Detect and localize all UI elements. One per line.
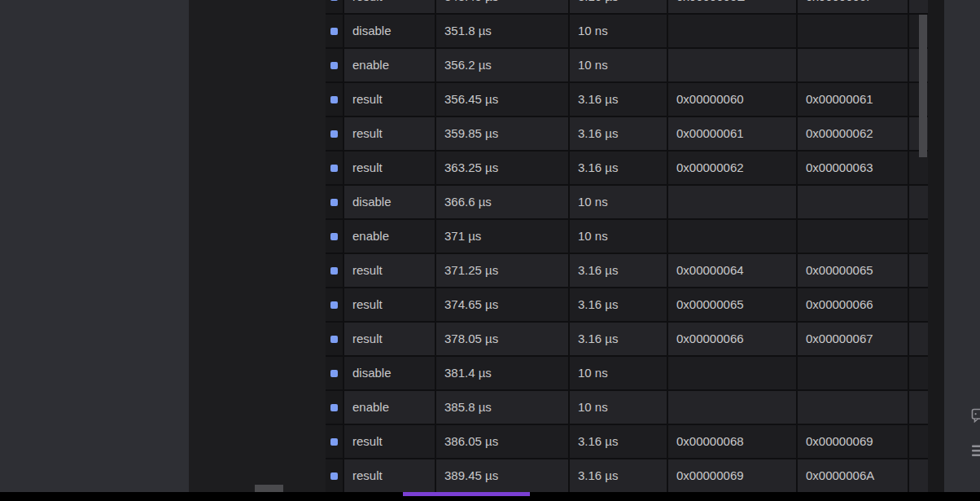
cell-duration: 3.16 µs bbox=[570, 459, 668, 492]
row-marker-cell bbox=[326, 357, 344, 389]
table-row[interactable]: result 356.45 µs 3.16 µs 0x00000060 0x00… bbox=[326, 81, 928, 116]
cell-duration: 10 ns bbox=[570, 220, 668, 253]
cell-value2: 0x00000069 bbox=[798, 425, 909, 458]
cell-value1: 0x0000005E bbox=[668, 0, 798, 13]
transaction-marker-icon bbox=[330, 62, 338, 69]
cell-time: 351.8 µs bbox=[436, 15, 570, 47]
cell-value2 bbox=[798, 391, 909, 424]
cell-filler bbox=[909, 357, 928, 389]
cell-time: 359.85 µs bbox=[436, 117, 570, 150]
cell-value2 bbox=[798, 49, 909, 81]
cell-value1: 0x00000065 bbox=[668, 288, 798, 321]
table-row[interactable]: result 374.65 µs 3.16 µs 0x00000065 0x00… bbox=[326, 287, 928, 321]
row-marker-cell bbox=[326, 83, 344, 116]
table-row[interactable]: result 371.25 µs 3.16 µs 0x00000064 0x00… bbox=[326, 253, 928, 287]
cell-filler bbox=[909, 220, 928, 253]
cell-value2 bbox=[798, 220, 909, 253]
list-icon[interactable] bbox=[971, 443, 980, 458]
cell-name: result bbox=[344, 254, 436, 287]
row-marker-cell bbox=[326, 254, 344, 287]
cell-time: 356.2 µs bbox=[436, 49, 570, 81]
cell-value1: 0x00000062 bbox=[668, 152, 798, 184]
cell-duration: 10 ns bbox=[570, 186, 668, 218]
table-horizontal-scrollbar-thumb[interactable] bbox=[403, 492, 530, 496]
table-row[interactable]: disable 381.4 µs 10 ns bbox=[326, 355, 928, 389]
cell-time: 385.8 µs bbox=[436, 391, 570, 424]
row-marker-cell bbox=[326, 152, 344, 184]
transaction-marker-icon bbox=[330, 370, 338, 377]
left-empty-rail bbox=[0, 0, 189, 492]
cell-name: disable bbox=[344, 357, 436, 389]
transaction-marker-icon bbox=[330, 336, 338, 343]
cell-filler bbox=[909, 288, 928, 321]
cell-time: 374.65 µs bbox=[436, 288, 570, 321]
cell-value1: 0x00000061 bbox=[668, 117, 798, 150]
cell-value1 bbox=[668, 391, 798, 424]
comment-icon[interactable] bbox=[971, 408, 980, 423]
cell-duration: 3.16 µs bbox=[570, 425, 668, 458]
cell-filler bbox=[909, 425, 928, 458]
cell-duration: 3.16 µs bbox=[570, 288, 668, 321]
table-row[interactable]: result 389.45 µs 3.16 µs 0x00000069 0x00… bbox=[326, 458, 928, 492]
cell-filler bbox=[909, 323, 928, 355]
cell-filler bbox=[909, 459, 928, 492]
cell-duration: 3.16 µs bbox=[570, 254, 668, 287]
cell-value1: 0x00000066 bbox=[668, 323, 798, 355]
cell-name: result bbox=[344, 152, 436, 184]
cell-duration: 10 ns bbox=[570, 391, 668, 424]
transaction-marker-icon bbox=[330, 28, 338, 35]
transaction-marker-icon bbox=[330, 233, 338, 240]
table-row[interactable]: enable 356.2 µs 10 ns bbox=[326, 47, 928, 81]
cell-filler bbox=[909, 0, 928, 13]
cell-value2 bbox=[798, 186, 909, 218]
cell-time: 366.6 µs bbox=[436, 186, 570, 218]
cell-value1 bbox=[668, 357, 798, 389]
cell-value2: 0x0000006A bbox=[798, 459, 909, 492]
cell-name: result bbox=[344, 117, 436, 150]
cell-filler bbox=[909, 254, 928, 287]
cell-name: enable bbox=[344, 391, 436, 424]
row-marker-cell bbox=[326, 391, 344, 424]
cell-duration: 3.16 µs bbox=[570, 323, 668, 355]
row-marker-cell bbox=[326, 15, 344, 47]
cell-value1: 0x00000060 bbox=[668, 83, 798, 116]
cell-duration: 10 ns bbox=[570, 357, 668, 389]
cell-duration: 3.16 µs bbox=[570, 152, 668, 184]
cell-value2: 0x00000062 bbox=[798, 117, 909, 150]
table-row[interactable]: enable 371 µs 10 ns bbox=[326, 218, 928, 253]
transaction-marker-icon bbox=[330, 96, 338, 103]
table-row[interactable]: result 363.25 µs 3.16 µs 0x00000062 0x00… bbox=[326, 150, 928, 184]
table-row[interactable]: disable 351.8 µs 10 ns bbox=[326, 13, 928, 47]
table-row[interactable]: result 378.05 µs 3.16 µs 0x00000066 0x00… bbox=[326, 321, 928, 355]
cell-name: result bbox=[344, 288, 436, 321]
table-row[interactable]: result 386.05 µs 3.16 µs 0x00000068 0x00… bbox=[326, 424, 928, 458]
cell-value1 bbox=[668, 186, 798, 218]
cell-time: 363.25 µs bbox=[436, 152, 570, 184]
cell-filler bbox=[909, 186, 928, 218]
cell-value2 bbox=[798, 15, 909, 47]
transaction-marker-icon bbox=[330, 301, 338, 309]
table-row[interactable]: enable 385.8 µs 10 ns bbox=[326, 389, 928, 424]
row-marker-cell bbox=[326, 425, 344, 458]
cell-value2: 0x00000061 bbox=[798, 83, 909, 116]
cell-value2: 0x0000005F bbox=[798, 0, 909, 13]
cell-time: 378.05 µs bbox=[436, 323, 570, 355]
cell-filler bbox=[909, 391, 928, 424]
row-marker-cell bbox=[326, 220, 344, 253]
table-row[interactable]: disable 366.6 µs 10 ns bbox=[326, 184, 928, 218]
cell-time: 348.45 µs bbox=[436, 0, 570, 13]
cell-value1: 0x00000064 bbox=[668, 254, 798, 287]
table-row[interactable]: result 359.85 µs 3.16 µs 0x00000061 0x00… bbox=[326, 116, 928, 150]
cell-time: 371 µs bbox=[436, 220, 570, 253]
transaction-marker-icon bbox=[330, 472, 338, 480]
transaction-marker-icon bbox=[330, 0, 338, 1]
panel-horizontal-scrollbar-thumb[interactable] bbox=[255, 485, 283, 492]
cell-value1: 0x00000068 bbox=[668, 425, 798, 458]
cell-time: 371.25 µs bbox=[436, 254, 570, 287]
vertical-scrollbar-thumb[interactable] bbox=[919, 15, 927, 157]
cell-duration: 3.16 µs bbox=[570, 0, 668, 13]
cell-name: enable bbox=[344, 220, 436, 253]
cell-duration: 3.16 µs bbox=[570, 83, 668, 116]
cell-value2: 0x00000065 bbox=[798, 254, 909, 287]
table-row[interactable]: result 348.45 µs 3.16 µs 0x0000005E 0x00… bbox=[326, 0, 928, 13]
